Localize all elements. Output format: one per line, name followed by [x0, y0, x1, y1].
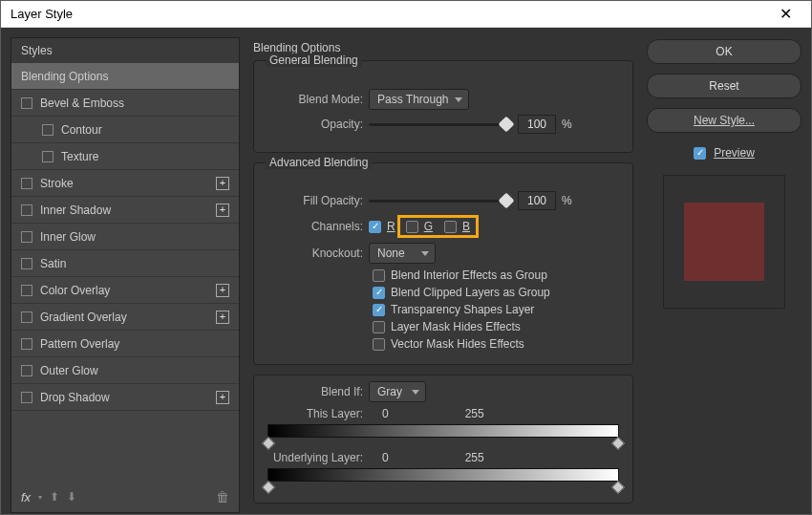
general-blending-group: General Blending Blend Mode: Pass Throug…	[253, 60, 633, 153]
transparency-shapes-checkbox[interactable]: Transparency Shapes Layer	[373, 303, 619, 316]
style-checkbox[interactable]	[21, 258, 32, 269]
add-effect-icon[interactable]: +	[216, 177, 229, 190]
style-item[interactable]: Outer Glow	[11, 357, 239, 384]
style-checkbox[interactable]	[21, 204, 32, 216]
channels-label: Channels:	[267, 220, 363, 233]
ok-button[interactable]: OK	[647, 39, 801, 64]
style-label: Color Overlay	[40, 284, 110, 297]
underlying-layer-label: Underlying Layer:	[267, 451, 363, 464]
opacity-label: Opacity:	[267, 118, 363, 131]
channel-g-checkbox[interactable]: G	[406, 220, 433, 233]
dialog-body: Styles Blending OptionsBevel & EmbossCon…	[1, 28, 811, 515]
underlying-layer-low: 0	[382, 451, 389, 464]
percent-label: %	[562, 118, 572, 131]
opacity-slider[interactable]	[369, 117, 512, 132]
style-item[interactable]: Inner Glow	[11, 224, 239, 250]
percent-label: %	[562, 194, 572, 207]
close-icon[interactable]: ✕	[770, 1, 801, 27]
opacity-value[interactable]: 100	[518, 115, 556, 134]
style-checkbox[interactable]	[21, 311, 32, 323]
style-checkbox[interactable]	[42, 124, 53, 136]
style-item[interactable]: Satin	[11, 250, 239, 277]
style-checkbox[interactable]	[21, 392, 32, 403]
preview-swatch	[663, 175, 785, 309]
styles-footer: fx ▾ ⬆ ⬇ 🗑	[11, 482, 239, 512]
window-title: Layer Style	[11, 7, 73, 21]
style-item[interactable]: Drop Shadow+	[11, 384, 239, 411]
blend-if-group: Blend If: Gray This Layer: 0 255 Underly…	[253, 375, 633, 504]
fill-opacity-value[interactable]: 100	[518, 191, 556, 210]
channel-r-checkbox[interactable]: R	[369, 220, 395, 233]
this-layer-label: This Layer:	[267, 407, 363, 420]
preview-color	[684, 203, 764, 281]
style-item[interactable]: Pattern Overlay	[11, 331, 239, 357]
style-item[interactable]: Contour	[11, 117, 239, 143]
style-checkbox[interactable]	[21, 178, 32, 189]
reset-button[interactable]: Reset	[647, 74, 801, 98]
add-effect-icon[interactable]: +	[216, 391, 229, 404]
blend-mode-select[interactable]: Pass Through	[369, 89, 469, 110]
style-label: Inner Shadow	[40, 204, 111, 217]
style-checkbox[interactable]	[21, 231, 32, 243]
this-layer-high: 255	[465, 407, 484, 420]
arrow-up-icon[interactable]: ⬆	[50, 490, 59, 504]
add-effect-icon[interactable]: +	[216, 311, 229, 324]
this-layer-gradient[interactable]	[267, 424, 619, 438]
trash-icon[interactable]: 🗑	[216, 489, 229, 504]
style-label: Stroke	[40, 177, 74, 190]
style-label: Contour	[61, 123, 102, 137]
style-label: Bevel & Emboss	[40, 97, 124, 110]
style-item[interactable]: Texture	[11, 143, 239, 170]
channel-b-checkbox[interactable]: B	[444, 220, 470, 233]
style-checkbox[interactable]	[21, 285, 32, 296]
styles-header: Styles	[11, 38, 239, 63]
dialog-buttons: OK Reset New Style... Preview	[647, 37, 801, 513]
style-label: Pattern Overlay	[40, 337, 119, 351]
underlying-layer-high: 255	[465, 451, 484, 464]
preview-checkbox[interactable]: Preview	[647, 146, 801, 160]
fill-opacity-slider[interactable]	[369, 193, 512, 208]
this-layer-low: 0	[382, 407, 389, 420]
style-checkbox[interactable]	[21, 338, 32, 350]
layer-style-dialog: Layer Style ✕ Styles Blending OptionsBev…	[0, 0, 812, 515]
style-item[interactable]: Blending Options	[11, 63, 239, 90]
advanced-blending-group: Advanced Blending Fill Opacity: 100 % Ch…	[253, 162, 633, 365]
chevron-down-icon[interactable]: ▾	[38, 493, 42, 502]
style-label: Drop Shadow	[40, 391, 110, 404]
options-area: Blending Options General Blending Blend …	[247, 37, 639, 513]
blend-mode-label: Blend Mode:	[267, 93, 363, 106]
style-item[interactable]: Color Overlay+	[11, 277, 239, 304]
add-effect-icon[interactable]: +	[216, 204, 229, 217]
blend-if-select[interactable]: Gray	[369, 381, 426, 402]
style-label: Inner Glow	[40, 230, 96, 244]
knockout-select[interactable]: None	[369, 243, 436, 264]
general-blending-legend: General Blending	[266, 54, 362, 67]
fx-menu-icon[interactable]: fx	[21, 490, 31, 504]
fill-opacity-label: Fill Opacity:	[267, 194, 363, 207]
titlebar: Layer Style ✕	[1, 1, 811, 28]
vector-mask-hides-checkbox[interactable]: Vector Mask Hides Effects	[373, 337, 619, 351]
style-label: Satin	[40, 257, 66, 270]
style-checkbox[interactable]	[21, 365, 32, 376]
knockout-label: Knockout:	[267, 247, 363, 260]
add-effect-icon[interactable]: +	[216, 284, 229, 297]
style-checkbox[interactable]	[42, 151, 53, 162]
blend-interior-checkbox[interactable]: Blend Interior Effects as Group	[373, 268, 619, 282]
channels-gb-highlight: G B	[397, 215, 479, 238]
style-item[interactable]: Gradient Overlay+	[11, 304, 239, 331]
underlying-layer-gradient[interactable]	[267, 468, 619, 482]
style-item[interactable]: Stroke+	[11, 170, 239, 197]
blend-if-label: Blend If:	[267, 385, 363, 398]
style-label: Texture	[61, 150, 98, 163]
styles-list: Blending OptionsBevel & EmbossContourTex…	[11, 63, 239, 482]
arrow-down-icon[interactable]: ⬇	[67, 490, 76, 504]
style-item[interactable]: Bevel & Emboss	[11, 90, 239, 117]
layer-mask-hides-checkbox[interactable]: Layer Mask Hides Effects	[373, 320, 619, 333]
style-label: Gradient Overlay	[40, 311, 127, 324]
style-label: Blending Options	[21, 70, 108, 83]
style-checkbox[interactable]	[21, 97, 32, 109]
new-style-button[interactable]: New Style...	[647, 108, 801, 133]
style-item[interactable]: Inner Shadow+	[11, 197, 239, 224]
blend-clipped-checkbox[interactable]: Blend Clipped Layers as Group	[373, 286, 619, 299]
advanced-blending-legend: Advanced Blending	[266, 156, 372, 169]
